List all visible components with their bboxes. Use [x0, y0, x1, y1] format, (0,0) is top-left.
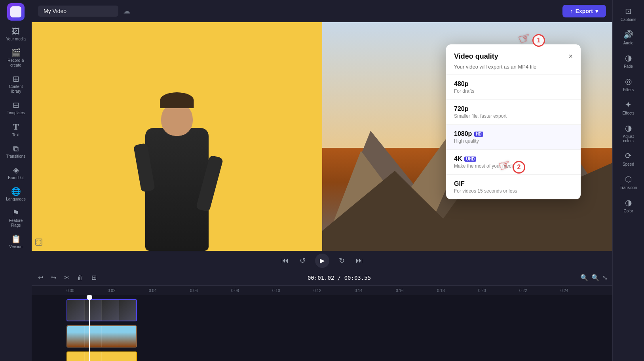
clip-yellow[interactable]: [66, 351, 137, 361]
right-sidebar-item-color[interactable]: ◑ Color: [614, 195, 643, 216]
playhead[interactable]: [89, 295, 90, 361]
clip-mountain[interactable]: [66, 325, 137, 348]
right-sidebar-item-adjust-colors[interactable]: ◑ Adjustcolors: [614, 120, 643, 146]
sidebar-item-content-library[interactable]: ⊞ Contentlibrary: [2, 72, 30, 97]
sidebar-label-brand-kit: Brand kit: [8, 176, 23, 180]
clip-character[interactable]: [66, 299, 137, 321]
ruler-mark-0: 0:00: [66, 288, 108, 293]
video-quality-dropdown: Video quality × Your video will export a…: [446, 44, 581, 199]
captions-icon: ⊡: [625, 6, 632, 16]
undo-button[interactable]: ↩: [36, 272, 45, 283]
quality-name-480p: 480p: [454, 80, 468, 88]
content-area: ⏮ ↺ ▶ ↻ ⏭ ↩ ↪ ✂ 🗑 ⊞ 00:01.02 /: [32, 22, 612, 361]
ruler-mark-10: 0:20: [478, 288, 519, 293]
media-icon: 🖼: [12, 27, 20, 35]
sidebar-label-text: Text: [12, 133, 19, 138]
dropdown-close-button[interactable]: ×: [568, 52, 573, 61]
captions-label: Captions: [621, 17, 636, 22]
timeline-ruler: 0:00 0:02 0:04 0:06 0:08 0:10 0:12 0:14 …: [32, 286, 612, 295]
thumb-4: [119, 300, 137, 321]
quality-option-1080p[interactable]: 1080p HD High quality: [446, 125, 581, 150]
rewind-button[interactable]: ↺: [298, 255, 307, 267]
right-sidebar: ⊡ Captions 🔊 Audio ◑ Fade ◎ Filters ✦ Ef…: [612, 0, 644, 361]
play-button[interactable]: ▶: [315, 254, 329, 268]
sidebar-label-transitions: Transitions: [6, 154, 26, 159]
color-icon: ◑: [625, 198, 632, 207]
right-sidebar-item-filters[interactable]: ◎ Filters: [614, 73, 643, 95]
sidebar-label-content-library: Contentlibrary: [9, 84, 23, 94]
quality-name-4k: 4K: [454, 155, 462, 162]
left-sidebar: 🖼 Your media 🎬 Record &create ⊞ Contentl…: [0, 0, 32, 361]
export-chevron-icon: ▾: [595, 8, 598, 14]
sidebar-label-feature-flags: FeatureFlags: [9, 218, 23, 228]
sidebar-item-feature-flags[interactable]: ⚑ FeatureFlags: [2, 206, 30, 231]
sidebar-item-transitions[interactable]: ⧉ Transitions: [2, 141, 30, 162]
quality-option-720p[interactable]: 720p Smaller file, faster export: [446, 100, 581, 125]
right-sidebar-item-audio[interactable]: 🔊 Audio: [614, 27, 643, 48]
sidebar-item-brand-kit[interactable]: ◈ Brand kit: [2, 163, 30, 183]
version-icon: 📋: [11, 235, 21, 243]
audio-label: Audio: [623, 41, 634, 45]
quality-name-720p: 720p: [454, 105, 468, 113]
text-icon: T: [13, 122, 19, 131]
ruler-mark-9: 0:18: [437, 288, 478, 293]
right-sidebar-item-transition[interactable]: ⬡ Transition: [614, 171, 643, 193]
quality-name-1080p: 1080p: [454, 130, 472, 138]
right-sidebar-item-captions[interactable]: ⊡ Captions: [614, 3, 643, 25]
quality-option-480p[interactable]: 480p For drafts: [446, 75, 581, 100]
zoom-controls: 🔍 🔍 ⤡: [580, 274, 608, 281]
right-sidebar-item-speed[interactable]: ⟳ Speed: [614, 148, 643, 170]
languages-icon: 🌐: [11, 187, 21, 195]
sidebar-label-version: Version: [9, 244, 22, 249]
sidebar-item-templates[interactable]: ⊟ Templates: [2, 98, 30, 118]
time-display: 00:01.02 / 00:03.55: [103, 275, 576, 281]
right-sidebar-item-fade[interactable]: ◑ Fade: [614, 50, 643, 72]
fit-view-button[interactable]: ⤡: [602, 274, 608, 281]
sidebar-item-version[interactable]: 📋 Version: [2, 232, 30, 252]
thumb-3: [102, 300, 119, 321]
mtn-thumb-4: [119, 326, 137, 347]
sidebar-label-record-create: Record &create: [8, 58, 24, 68]
sidebar-item-record-create[interactable]: 🎬 Record &create: [2, 46, 30, 71]
mtn-thumb-2: [85, 326, 102, 347]
dropdown-subtitle: Your video will export as an MP4 file: [446, 64, 581, 75]
main-area: ☁ ↑ Export ▾: [32, 0, 612, 361]
yellow-thumb-1: [67, 352, 85, 361]
cut-button[interactable]: ✂: [63, 272, 71, 283]
zoom-out-button[interactable]: 🔍: [580, 274, 588, 281]
ruler-mark-4: 0:08: [231, 288, 272, 293]
fade-label: Fade: [624, 64, 633, 69]
yellow-thumb-4: [119, 352, 137, 361]
quality-option-4k[interactable]: 4K UHD Make the most of your media: [446, 150, 581, 175]
ruler-mark-1: 0:02: [108, 288, 149, 293]
export-button[interactable]: ↑ Export ▾: [562, 5, 606, 17]
fast-forward-button[interactable]: ↻: [337, 255, 346, 267]
right-sidebar-item-effects[interactable]: ✦ Effects: [614, 97, 643, 118]
brand-icon: ◈: [13, 166, 19, 174]
redo-button[interactable]: ↪: [49, 272, 58, 283]
ruler-mark-3: 0:06: [190, 288, 231, 293]
speed-icon: ⟳: [625, 151, 632, 160]
skip-to-start-button[interactable]: ⏮: [280, 255, 290, 266]
skip-to-end-button[interactable]: ⏭: [354, 255, 365, 266]
quality-desc-720p: Smaller file, faster export: [454, 113, 573, 119]
track-row-yellow: [32, 350, 612, 361]
quality-option-gif[interactable]: GIF For videos 15 seconds or less: [446, 175, 581, 199]
current-time: 00:01.02: [308, 275, 334, 281]
zoom-in-button[interactable]: 🔍: [591, 274, 599, 281]
sidebar-item-languages[interactable]: 🌐 Languages: [2, 184, 30, 205]
yellow-thumb-2: [85, 352, 102, 361]
ruler-mark-6: 0:12: [313, 288, 355, 293]
cloud-sync-icon: ☁: [123, 7, 130, 15]
add-media-button[interactable]: ⊞: [90, 272, 98, 283]
track-row-mountain: [32, 324, 612, 349]
sidebar-item-text[interactable]: T Text: [2, 119, 30, 141]
templates-icon: ⊟: [13, 101, 19, 109]
sidebar-item-your-media[interactable]: 🖼 Your media: [2, 24, 30, 45]
video-controls: ⏮ ↺ ▶ ↻ ⏭: [32, 251, 612, 270]
project-name-input[interactable]: [38, 6, 118, 17]
timeline-tracks: [32, 295, 612, 361]
export-label: Export: [576, 8, 593, 14]
sidebar-label-templates: Templates: [7, 111, 25, 115]
delete-button[interactable]: 🗑: [76, 273, 85, 283]
